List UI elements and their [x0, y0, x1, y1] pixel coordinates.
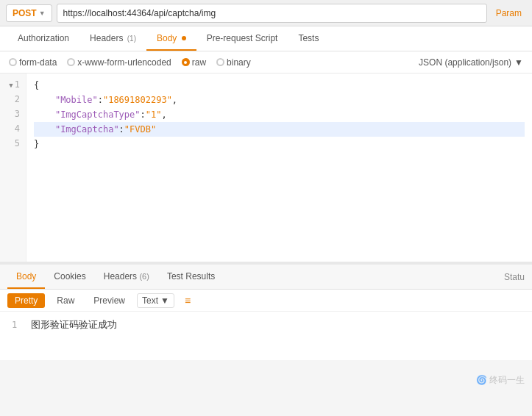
- request-tabs-bar: Authorization Headers (1) Body Pre-reque…: [0, 26, 532, 51]
- code-editor[interactable]: { "Mobile":"18691802293", "ImgCaptchaTyp…: [26, 73, 532, 262]
- resp-body-text: 图形验证码验证成功: [31, 318, 117, 332]
- radio-circle-form-data: [9, 58, 17, 66]
- code-line-5: }: [34, 137, 525, 151]
- method-label: POST: [13, 8, 37, 18]
- tab-authorization[interactable]: Authorization: [7, 27, 79, 51]
- line-number-4: 4: [0, 122, 26, 137]
- resp-tab-cookies[interactable]: Cookies: [45, 265, 94, 289]
- resp-tab-test-results[interactable]: Test Results: [158, 265, 224, 289]
- fmt-btn-preview[interactable]: Preview: [86, 293, 132, 308]
- body-dot-indicator: [182, 36, 186, 40]
- radio-binary[interactable]: binary: [216, 57, 251, 68]
- radio-circle-urlencoded: [67, 58, 75, 66]
- top-bar: POST ▼ Param: [0, 0, 532, 26]
- radio-form-data[interactable]: form-data: [9, 57, 57, 68]
- watermark: 🌀 终码一生: [476, 374, 525, 387]
- text-selector-chevron-icon: ▼: [160, 295, 169, 306]
- resp-tab-headers[interactable]: Headers (6): [95, 265, 158, 289]
- status-label: Statu: [504, 272, 525, 282]
- tab-tests[interactable]: Tests: [288, 27, 329, 51]
- resp-tab-body[interactable]: Body: [7, 265, 45, 289]
- code-line-2: "Mobile":"18691802293",: [34, 93, 525, 107]
- format-lines-icon[interactable]: ≡: [185, 295, 191, 306]
- collapse-triangle-icon: ▼: [9, 80, 13, 90]
- code-line-3: "ImgCaptchaType":"1",: [34, 107, 525, 122]
- method-chevron-icon: ▼: [39, 10, 46, 17]
- method-button[interactable]: POST ▼: [6, 4, 52, 22]
- param-button[interactable]: Param: [492, 5, 526, 21]
- text-type-selector[interactable]: Text ▼: [137, 293, 174, 308]
- line-number-2: 2: [0, 93, 26, 107]
- resp-body-content: 1 图形验证码验证成功: [0, 312, 532, 338]
- fmt-btn-pretty[interactable]: Pretty: [7, 293, 45, 308]
- radio-circle-raw: [182, 58, 190, 66]
- tab-body[interactable]: Body: [146, 27, 196, 51]
- json-type-selector[interactable]: JSON (application/json) ▼: [419, 57, 523, 68]
- resp-format-bar: Pretty Raw Preview Text ▼ ≡: [0, 290, 532, 312]
- line-number-1: ▼1: [0, 78, 26, 93]
- body-options-bar: form-data x-www-form-urlencoded raw bina…: [0, 51, 532, 73]
- json-type-chevron-icon: ▼: [514, 57, 523, 68]
- editor-area: ▼1 2 3 4 5 { "Mobile":"18691802293", "Im…: [0, 73, 532, 265]
- tab-headers[interactable]: Headers (1): [79, 27, 146, 51]
- radio-urlencoded[interactable]: x-www-form-urlencoded: [67, 57, 171, 68]
- tab-prerequest[interactable]: Pre-request Script: [196, 27, 288, 51]
- response-section: Body Cookies Headers (6) Test Results St…: [0, 265, 532, 360]
- code-line-1: {: [34, 78, 525, 93]
- response-tabs-bar: Body Cookies Headers (6) Test Results St…: [0, 265, 532, 290]
- radio-raw[interactable]: raw: [182, 57, 206, 68]
- line-number-5: 5: [0, 137, 26, 151]
- radio-circle-binary: [216, 58, 224, 66]
- url-input[interactable]: [57, 4, 487, 23]
- line-number-3: 3: [0, 107, 26, 122]
- line-numbers: ▼1 2 3 4 5: [0, 73, 26, 262]
- resp-body-line: 1 图形验证码验证成功: [12, 318, 520, 332]
- code-line-4: "ImgCaptcha":"FVDB": [34, 122, 525, 137]
- fmt-btn-raw[interactable]: Raw: [49, 293, 82, 308]
